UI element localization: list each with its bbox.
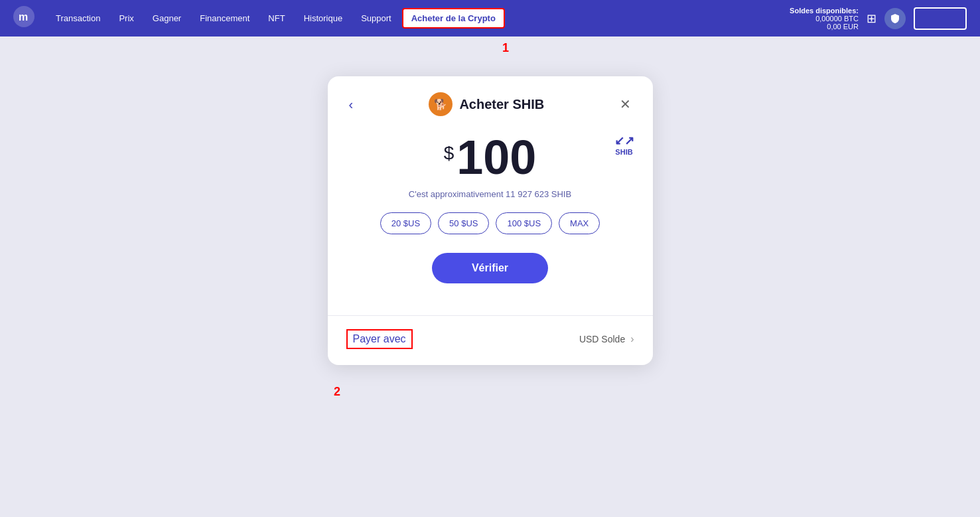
amount-section: $ 100 ↙↗ SHIB C'est approximativement 11… [328, 127, 653, 315]
annotation-1: 1 [502, 41, 509, 55]
close-button[interactable]: ✕ [617, 94, 634, 115]
balance-label: Soldes disponibles: [790, 7, 859, 15]
navbar-right: Soldes disponibles: 0,00000 BTC 0,00 EUR… [790, 7, 967, 31]
grid-icon[interactable]: ⊞ [867, 11, 876, 26]
quick-50[interactable]: 50 $US [438, 212, 489, 234]
main-content: ‹ 🐕 Acheter SHIB ✕ $ 100 ↙↗ [0, 37, 980, 517]
nav-links: Transaction Prix Gagner Financement NFT … [48, 8, 790, 29]
annotation-2: 2 [334, 385, 340, 399]
nav-acheter[interactable]: Acheter de la Crypto [402, 8, 505, 29]
nav-support[interactable]: Support [353, 9, 399, 27]
modal-header: ‹ 🐕 Acheter SHIB ✕ [328, 76, 653, 127]
balance-btc: 0,00000 BTC [790, 15, 859, 23]
balance-info: Soldes disponibles: 0,00000 BTC 0,00 EUR [790, 7, 859, 31]
amount-display: $ 100 ↙↗ SHIB [346, 133, 634, 181]
quick-max[interactable]: MAX [559, 212, 600, 234]
nav-nft[interactable]: NFT [260, 9, 293, 27]
nav-historique[interactable]: Historique [296, 9, 351, 27]
switch-button[interactable]: ↙↗ SHIB [614, 133, 634, 156]
chevron-right-icon: › [630, 333, 634, 345]
modal-title-area: 🐕 Acheter SHIB [429, 92, 544, 116]
currency-symbol: $ [444, 143, 455, 164]
logo[interactable]: m [13, 6, 35, 31]
verify-button[interactable]: Vérifier [432, 253, 548, 283]
nav-transaction[interactable]: Transaction [48, 9, 108, 27]
amount-value: 100 [456, 133, 536, 181]
quick-amounts: 20 $US 50 $US 100 $US MAX [346, 212, 634, 234]
pay-method-right[interactable]: USD Solde › [579, 333, 634, 345]
quick-100[interactable]: 100 $US [496, 212, 552, 234]
switch-label: SHIB [615, 148, 632, 156]
switch-icon: ↙↗ [614, 133, 634, 148]
balance-eur: 0,00 EUR [790, 23, 859, 31]
shib-logo: 🐕 [429, 92, 453, 116]
quick-20[interactable]: 20 $US [380, 212, 431, 234]
modal-title: Acheter SHIB [459, 97, 544, 112]
payment-section: Payer avec USD Solde › [328, 316, 653, 365]
login-button[interactable] [914, 7, 967, 30]
svg-text:m: m [19, 11, 28, 23]
approximate-text: C'est approximativement 11 927 623 SHIB [346, 189, 634, 199]
pay-with-label: Payer avec [346, 329, 413, 349]
nav-prix[interactable]: Prix [111, 9, 141, 27]
nav-gagner[interactable]: Gagner [145, 9, 189, 27]
pay-method-text: USD Solde [579, 334, 625, 344]
shield-icon[interactable] [884, 8, 906, 29]
nav-financement[interactable]: Financement [192, 9, 257, 27]
svg-text:🐕: 🐕 [434, 98, 447, 111]
navbar: m Transaction Prix Gagner Financement NF… [0, 0, 980, 37]
back-button[interactable]: ‹ [346, 94, 356, 115]
modal-card: ‹ 🐕 Acheter SHIB ✕ $ 100 ↙↗ [328, 76, 653, 365]
